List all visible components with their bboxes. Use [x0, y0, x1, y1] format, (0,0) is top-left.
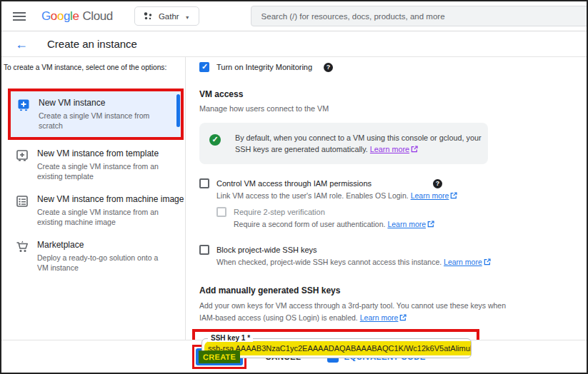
- create-button[interactable]: CREATE: [196, 348, 243, 365]
- sidebar-item-description: Deploy a ready-to-go solution onto a VM …: [37, 253, 169, 273]
- block-ssh-keys-checkbox[interactable]: [199, 245, 209, 255]
- instance-option-list: New VM instance Create a single VM insta…: [1, 89, 185, 273]
- help-icon[interactable]: [433, 179, 442, 188]
- external-link-icon: [427, 221, 434, 228]
- project-selector[interactable]: Gathr: [134, 6, 199, 26]
- help-icon[interactable]: [324, 63, 333, 72]
- annotation-red-box-new-vm: New VM instance Create a single VM insta…: [8, 89, 184, 140]
- google-cloud-logo: Google Cloud: [41, 9, 113, 24]
- two-step-verification-block: Require 2-step verification Require a se…: [216, 207, 587, 229]
- iam-permissions-label: Control VM access through IAM permission…: [216, 179, 372, 188]
- learn-more-link[interactable]: Learn more: [411, 191, 449, 200]
- vm-from-machine-image-icon: [16, 195, 29, 208]
- page-title: Create an instance: [47, 38, 137, 50]
- logo-letter: o: [51, 9, 57, 24]
- sidebar-item-title: Marketplace: [37, 240, 169, 251]
- success-check-icon: [209, 134, 221, 146]
- sidebar-item-title: New VM instance from template: [37, 148, 169, 159]
- sidebar-item-description: Create a single VM instance from an exis…: [37, 161, 169, 181]
- sidebar-intro-text: To create a VM instance, select one of t…: [1, 64, 185, 71]
- iam-permissions-row: Control VM access through IAM permission…: [199, 178, 442, 188]
- logo-cloud-text: Cloud: [82, 9, 112, 24]
- back-arrow-icon[interactable]: [15, 38, 28, 51]
- logo-letter: G: [41, 9, 51, 24]
- top-bar: Google Cloud Gathr: [1, 1, 587, 31]
- vm-access-heading: VM access: [199, 89, 587, 99]
- banner-line-2: SSH keys are generated automatically.: [235, 145, 368, 153]
- two-step-verification-description: Require a second form of user authentica…: [234, 220, 385, 228]
- ssh-key-1-value-highlighted[interactable]: ssh-rsa AAAAB3NzaC1yc2EAAAADAQABAAABAQC1…: [204, 341, 471, 355]
- sidebar-item-title: New VM instance: [39, 98, 171, 108]
- sidebar: To create a VM instance, select one of t…: [1, 57, 186, 340]
- vm-access-subheading: Manage how users connect to the VM: [199, 104, 587, 113]
- manual-ssh-keys-description-line2: IAM-based access (using OS Login) is ena…: [199, 313, 358, 322]
- two-step-verification-checkbox[interactable]: [216, 207, 226, 217]
- search-bar[interactable]: [251, 6, 588, 26]
- banner-line-1: By default, when you connect to a VM usi…: [235, 132, 482, 143]
- app-window: Google Cloud Gathr Create an instance To…: [0, 0, 588, 374]
- logo-letter: g: [64, 9, 70, 24]
- block-ssh-keys-row: Block project-wide SSH keys: [199, 245, 587, 255]
- ssh-key-1-field[interactable]: SSH key 1 * ssh-rsa AAAAB3NzaC1yc2EAAAAD…: [201, 338, 472, 358]
- external-link-icon: [484, 258, 491, 266]
- logo-letter: e: [72, 9, 79, 24]
- ssh-default-info-banner: By default, when you connect to a VM usi…: [199, 123, 488, 164]
- block-ssh-keys-label: Block project-wide SSH keys: [216, 246, 317, 254]
- hamburger-menu-icon[interactable]: [13, 12, 26, 21]
- search-input[interactable]: [251, 12, 588, 21]
- sidebar-item-title: New VM instance from machine image: [37, 194, 184, 205]
- project-icon: [144, 11, 153, 21]
- new-vm-instance-icon: [17, 98, 30, 111]
- create-button-label-highlighted: CREATE: [199, 350, 240, 363]
- sidebar-item-description: Create a single VM instance from scratch: [39, 111, 171, 131]
- manual-ssh-keys-heading: Add manually generated SSH keys: [199, 285, 587, 295]
- scrollbar-thumb[interactable]: [176, 94, 180, 127]
- chevron-down-icon: [185, 12, 190, 21]
- sidebar-item-new-vm-from-machine-image[interactable]: New VM instance from machine image Creat…: [1, 194, 185, 227]
- external-link-icon: [450, 192, 457, 199]
- sidebar-item-marketplace[interactable]: Marketplace Deploy a ready-to-go solutio…: [1, 240, 185, 273]
- two-step-verification-label: Require 2-step verification: [234, 208, 325, 216]
- iam-permissions-description: Link VM access to the user's IAM role. E…: [216, 191, 409, 200]
- logo-letter: o: [57, 9, 64, 24]
- external-link-icon: [411, 146, 418, 153]
- page-header: Create an instance: [1, 31, 587, 57]
- block-ssh-keys-description: When checked, project-wide SSH keys cann…: [216, 258, 442, 266]
- main-content: Turn on Integrity Monitoring VM access M…: [186, 57, 587, 340]
- marketplace-cart-icon: [16, 241, 29, 253]
- learn-more-link[interactable]: Learn more: [444, 258, 482, 266]
- manual-ssh-keys-description-line1: Add your own keys for VM access through …: [199, 300, 587, 310]
- ssh-key-1-label: SSH key 1 *: [208, 334, 253, 342]
- integrity-monitoring-row: Turn on Integrity Monitoring: [199, 62, 587, 72]
- iam-permissions-checkbox[interactable]: [199, 178, 209, 188]
- sidebar-item-new-vm-from-template[interactable]: New VM instance from template Create a s…: [1, 148, 185, 181]
- learn-more-link[interactable]: Learn more: [360, 313, 399, 322]
- external-link-icon: [399, 314, 407, 321]
- project-name: Gathr: [159, 12, 179, 21]
- learn-more-link[interactable]: Learn more: [370, 145, 409, 153]
- integrity-monitoring-label: Turn on Integrity Monitoring: [216, 63, 312, 71]
- sidebar-item-description: Create a single VM instance from an exis…: [37, 207, 169, 227]
- integrity-monitoring-checkbox[interactable]: [199, 62, 209, 72]
- sidebar-item-new-vm-instance[interactable]: New VM instance Create a single VM insta…: [11, 91, 181, 137]
- learn-more-link[interactable]: Learn more: [387, 220, 426, 228]
- vm-from-template-icon: [16, 149, 29, 162]
